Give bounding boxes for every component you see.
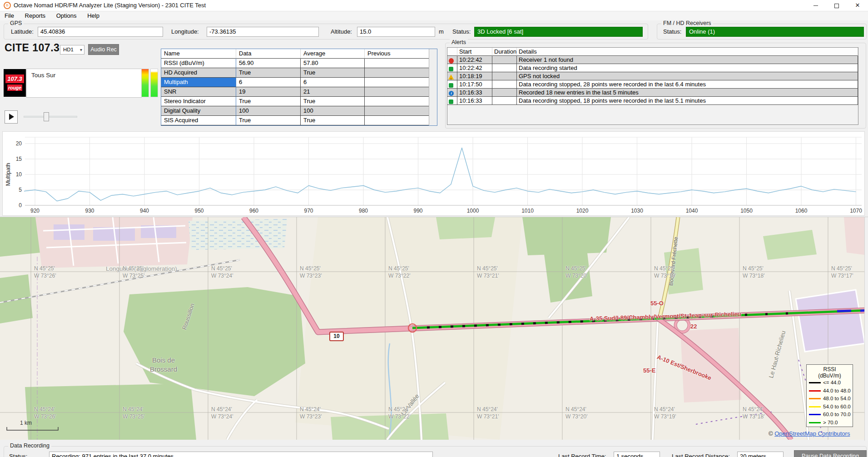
metrics-header-name[interactable]: Name [161, 49, 236, 59]
metric-value-cell[interactable] [365, 87, 429, 97]
metric-value-cell[interactable]: 56.90 [236, 59, 301, 68]
alert-details-cell: GPS not locked [517, 72, 858, 80]
alerts-header-duration[interactable]: Duration [492, 48, 517, 56]
metric-value-cell[interactable]: True [301, 68, 365, 78]
menu-help[interactable]: Help [83, 11, 104, 20]
menu-reports[interactable]: Reports [20, 11, 50, 20]
metrics-row[interactable]: Digital Quality100100 [161, 106, 437, 116]
alerts-header-icon[interactable] [447, 48, 457, 56]
alert-start-cell: 10:22:42 [457, 64, 492, 72]
alerts-body: 10:22:42Receiver 1 not found10:22:42Data… [447, 56, 858, 105]
metric-name-cell[interactable]: RSSI (dBuV/m) [161, 59, 236, 68]
metric-value-cell[interactable]: 100 [236, 106, 301, 116]
channel-select[interactable]: HD1 ▾ [60, 45, 84, 55]
alert-row[interactable]: i10:16:33Recorded 18 new entries in the … [447, 89, 858, 97]
legend-color-swatch [809, 422, 821, 423]
metric-name-cell[interactable]: SIS Acquired [161, 116, 236, 125]
metrics-row[interactable]: Multipath66 [161, 78, 437, 87]
altitude-label: Altitude: [331, 28, 352, 35]
alert-row[interactable]: 10:16:33Data recording stopped, 18 point… [447, 97, 858, 105]
title-bar: Octave Nomad HDR/FM Analyzer Lite (Stagi… [0, 0, 868, 11]
metric-value-cell[interactable]: 100 [301, 106, 365, 116]
metric-value-cell[interactable] [365, 106, 429, 116]
metrics-row[interactable]: RSSI (dBuV/m)56.9057.80 [161, 59, 437, 68]
alert-duration-cell [492, 97, 517, 105]
metrics-header-data[interactable]: Data [236, 49, 301, 59]
volume-slider-track[interactable] [24, 116, 77, 118]
svg-text:Multipath: Multipath [5, 163, 11, 186]
metric-name-cell[interactable]: Stereo Indicator [161, 97, 236, 106]
metrics-row[interactable]: SIS AcquiredTrueTrue [161, 116, 437, 125]
svg-text:1030: 1030 [631, 208, 643, 214]
latitude-field[interactable]: 45.40836 [38, 27, 163, 37]
alerts-header-details[interactable]: Details [517, 48, 858, 56]
alert-icon-cell: ! [447, 72, 457, 80]
metric-value-cell[interactable]: True [236, 68, 301, 78]
multipath-chart: 9209309409509609709809901000101010201030… [0, 131, 868, 216]
metric-value-cell[interactable] [365, 59, 429, 68]
audio-level-meter-left [141, 69, 149, 97]
alert-details-cell: Data recording stopped, 18 points were r… [517, 97, 858, 105]
metric-value-cell[interactable] [365, 68, 429, 78]
metric-name-cell[interactable]: Multipath [161, 78, 236, 87]
metric-value-cell[interactable]: True [301, 116, 365, 125]
map-canvas[interactable] [0, 217, 868, 440]
metrics-header-previous[interactable]: Previous [365, 49, 429, 59]
svg-text:1050: 1050 [740, 208, 753, 214]
metric-value-cell[interactable]: 19 [236, 87, 301, 97]
gps-status-value: 3D Locked [6 sat] [474, 27, 643, 37]
longitude-label: Longitude: [171, 28, 199, 35]
alert-row[interactable]: 10:17:50Data recording stopped, 28 point… [447, 80, 858, 89]
metric-value-cell[interactable] [365, 78, 429, 87]
svg-text:10: 10 [16, 171, 22, 178]
metric-value-cell[interactable] [365, 97, 429, 106]
metric-value-cell[interactable]: True [236, 97, 301, 106]
metric-name-cell[interactable]: HD Acquired [161, 68, 236, 78]
metric-value-cell[interactable] [365, 116, 429, 125]
menu-options[interactable]: Options [52, 11, 81, 20]
metric-value-cell[interactable]: 57.80 [301, 59, 365, 68]
svg-text:930: 930 [85, 208, 94, 214]
legend-entry-label: 44.0 to 48.0 [823, 388, 851, 393]
legend-entry: <= 44.0 [807, 379, 853, 387]
metric-value-cell[interactable]: True [236, 116, 301, 125]
svg-text:990: 990 [413, 208, 422, 214]
map-scrollbar[interactable] [864, 217, 868, 441]
metric-value-cell[interactable]: 6 [301, 78, 365, 87]
audio-rec-button[interactable]: Audio Rec [88, 44, 119, 55]
alert-row[interactable]: 10:22:42Receiver 1 not found [447, 56, 858, 64]
metric-value-cell[interactable]: 6 [236, 78, 301, 87]
metrics-row[interactable]: Stereo IndicatorTrueTrue [161, 97, 437, 106]
metrics-header-average[interactable]: Average [301, 49, 365, 59]
legend-color-swatch [809, 406, 821, 407]
minimize-button[interactable] [805, 0, 826, 11]
metrics-scrollbar[interactable] [429, 49, 437, 125]
menu-file[interactable]: File [0, 11, 19, 20]
svg-text:950: 950 [194, 208, 203, 214]
legend-entry: 48.0 to 54.0 [807, 395, 853, 403]
maximize-button[interactable] [826, 0, 847, 11]
altitude-field[interactable]: 15.0 [357, 27, 435, 37]
legend-entry: 54.0 to 60.0 [807, 403, 853, 411]
alert-start-cell: 10:16:33 [457, 97, 492, 105]
metric-value-cell[interactable]: 21 [301, 87, 365, 97]
metric-value-cell[interactable]: True [301, 97, 365, 106]
metrics-header-row: Name Data Average Previous [161, 49, 437, 59]
metrics-row[interactable]: SNR1921 [161, 87, 437, 97]
alert-row[interactable]: 10:22:42Data recording started [447, 64, 858, 72]
volume-slider-thumb[interactable] [44, 112, 49, 121]
metrics-row[interactable]: HD AcquiredTrueTrue [161, 68, 437, 78]
svg-text:940: 940 [140, 208, 149, 214]
metric-name-cell[interactable]: SNR [161, 87, 236, 97]
metric-name-cell[interactable]: Digital Quality [161, 106, 236, 116]
alert-icon-cell [447, 64, 457, 72]
pause-recording-button[interactable]: Pause Data Recording [794, 450, 867, 457]
alert-icon-cell [447, 56, 457, 64]
gps-status-label: Status: [452, 28, 471, 35]
close-button[interactable]: ✕ [847, 0, 868, 11]
alert-row[interactable]: !10:18:19GPS not locked [447, 72, 858, 80]
longitude-field[interactable]: -73.36135 [207, 27, 319, 37]
alerts-header-start[interactable]: Start [457, 48, 492, 56]
ok-icon [449, 67, 453, 71]
play-button[interactable] [5, 110, 18, 124]
